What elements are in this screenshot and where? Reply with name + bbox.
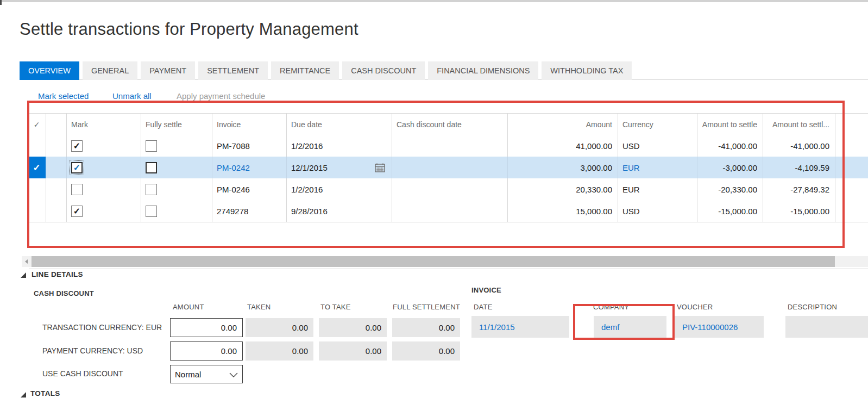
grid-header-row: ✓ Mark Fully settle Invoice Due date Cas… xyxy=(28,113,868,136)
description-field-label: DESCRIPTION xyxy=(788,303,837,311)
invoice-cell[interactable]: PM-7088 xyxy=(212,135,287,157)
mark-checkbox[interactable] xyxy=(71,206,83,217)
invoice-voucher-value[interactable]: PIV-110000026 xyxy=(682,322,738,332)
window-top-notch xyxy=(0,0,2,5)
transaction-taken-field: 0.00 xyxy=(246,318,313,337)
to-take-column-label: TO TAKE xyxy=(320,303,351,311)
payment-amount-input[interactable]: 0.00 xyxy=(170,341,243,361)
grid-header-amount[interactable]: Amount xyxy=(508,114,618,135)
voucher-field-label: VOUCHER xyxy=(677,303,713,311)
tab-withholding-tax[interactable]: WITHHOLDING TAX xyxy=(542,61,632,80)
invoice-date-field[interactable]: 11/1/2015 xyxy=(471,316,569,338)
row-select-cell[interactable] xyxy=(28,178,46,200)
cash-discount-date-cell[interactable] xyxy=(392,200,508,222)
amount-to-settle-cell: -15,000.00 xyxy=(697,200,763,222)
fully-settle-checkbox[interactable] xyxy=(146,140,157,152)
tab-remittance[interactable]: REMITTANCE xyxy=(271,61,339,80)
grid-header-fully-settle[interactable]: Fully settle xyxy=(141,114,212,135)
fully-settle-checkbox[interactable] xyxy=(146,206,157,217)
apply-payment-schedule-link: Apply payment schedule xyxy=(177,91,265,103)
transaction-currency-label: TRANSACTION CURRENCY: EUR xyxy=(42,323,162,332)
amount-cell: 20,330.00 xyxy=(508,178,618,200)
transaction-to-take-field: 0.00 xyxy=(319,318,387,337)
mark-selected-link[interactable]: Mark selected xyxy=(38,91,89,103)
fully-settle-checkbox[interactable] xyxy=(146,184,157,195)
invoice-voucher-field[interactable]: PIV-110000026 xyxy=(675,316,764,338)
select-all-check-icon[interactable]: ✓ xyxy=(28,114,46,135)
use-cash-discount-select[interactable]: Normal xyxy=(170,365,243,383)
grid-header-currency[interactable]: Currency xyxy=(618,114,697,135)
fully-settle-checkbox[interactable] xyxy=(146,162,157,173)
mark-checkbox[interactable] xyxy=(71,162,83,173)
scroll-left-arrow-icon[interactable] xyxy=(25,259,28,264)
page-title: Settle transactions for Property Managem… xyxy=(20,20,358,39)
due-date-cell[interactable]: 1/2/2016 xyxy=(287,178,392,200)
invoice-date-value[interactable]: 11/1/2015 xyxy=(479,322,515,332)
grid-header-filler xyxy=(835,114,868,135)
invoice-company-field[interactable]: demf xyxy=(594,316,666,338)
invoice-company-value[interactable]: demf xyxy=(601,322,619,332)
grid-header-cash-discount-date[interactable]: Cash discount date xyxy=(392,114,508,135)
grid-header-amount-to-settle[interactable]: Amount to settle xyxy=(697,114,763,135)
tabstrip: OVERVIEW GENERAL PAYMENT SETTLEMENT REMI… xyxy=(20,61,632,80)
collapse-triangle-icon[interactable] xyxy=(21,272,26,278)
tab-payment[interactable]: PAYMENT xyxy=(141,61,195,80)
fully-settle-cell xyxy=(141,178,212,200)
due-date-cell[interactable]: 12/1/2015 xyxy=(287,157,392,178)
due-date-cell[interactable]: 9/28/2016 xyxy=(287,200,392,222)
amount-to-settle-2-cell: -41,000.00 xyxy=(763,135,835,157)
mark-checkbox[interactable] xyxy=(71,140,83,152)
grid-header-mark[interactable]: Mark xyxy=(67,114,141,135)
totals-header[interactable]: TOTALS xyxy=(30,389,60,397)
tab-general[interactable]: GENERAL xyxy=(83,61,137,80)
amount-to-settle-cell: -41,000.00 xyxy=(697,135,763,157)
full-settlement-column-label: FULL SETTLEMENT xyxy=(393,303,460,311)
cash-discount-date-cell[interactable] xyxy=(392,157,508,178)
currency-link[interactable]: EUR xyxy=(618,157,697,178)
row-indicator-cell xyxy=(46,178,67,200)
row-select-cell[interactable] xyxy=(28,200,46,222)
window-top-strip xyxy=(0,0,868,2)
table-row[interactable]: PM-7088 1/2/2016 41,000.00 USD -41,000.0… xyxy=(28,135,868,157)
grid-header-indicator-cell xyxy=(46,114,67,135)
invoice-cell[interactable]: PM-0246 xyxy=(212,178,287,200)
table-row-selected[interactable]: PM-0242 12/1/2015 3,000.00 EUR -3,000.00… xyxy=(28,157,868,179)
use-cash-discount-value: Normal xyxy=(175,370,201,379)
row-selected-check-icon[interactable] xyxy=(28,157,46,178)
grid-header-invoice[interactable]: Invoice xyxy=(212,114,287,135)
company-field-label: COMPANY xyxy=(593,303,629,311)
tab-financial-dimensions[interactable]: FINANCIAL DIMENSIONS xyxy=(428,61,538,80)
fully-settle-cell xyxy=(141,157,212,178)
grid-header-amount-to-settle-2[interactable]: Amount to settl... xyxy=(763,114,835,135)
transaction-amount-input[interactable]: 0.00 xyxy=(170,318,243,337)
invoice-group-label: INVOICE xyxy=(471,286,501,294)
currency-cell[interactable]: USD xyxy=(618,135,697,157)
transaction-full-settlement-field: 0.00 xyxy=(392,318,460,337)
row-select-cell[interactable] xyxy=(28,135,46,157)
row-indicator-cell xyxy=(46,200,67,222)
mark-cell xyxy=(67,178,141,200)
invoice-cell[interactable]: 2749278 xyxy=(212,200,287,222)
table-row[interactable]: PM-0246 1/2/2016 20,330.00 EUR -20,330.0… xyxy=(28,178,868,201)
tab-overview[interactable]: OVERVIEW xyxy=(20,61,79,80)
due-date-cell[interactable]: 1/2/2016 xyxy=(287,135,392,157)
cash-discount-date-cell[interactable] xyxy=(392,178,508,200)
calendar-icon[interactable] xyxy=(375,163,385,174)
mark-cell xyxy=(67,200,141,222)
horizontal-scrollbar-thumb[interactable] xyxy=(32,256,835,267)
invoice-link[interactable]: PM-0242 xyxy=(212,157,287,178)
grid-header-due-date[interactable]: Due date xyxy=(287,114,392,135)
line-details-header[interactable]: LINE DETAILS xyxy=(32,270,83,278)
table-row[interactable]: 2749278 9/28/2016 15,000.00 USD -15,000.… xyxy=(28,200,868,222)
grid-bottom-divider xyxy=(29,268,868,269)
currency-cell[interactable]: USD xyxy=(618,200,697,222)
mark-checkbox[interactable] xyxy=(71,184,83,195)
collapse-triangle-icon[interactable] xyxy=(21,392,26,397)
amount-to-settle-2-cell: -27,849.32 xyxy=(763,178,835,200)
currency-cell[interactable]: EUR xyxy=(618,178,697,200)
unmark-all-link[interactable]: Unmark all xyxy=(112,91,152,103)
tab-settlement[interactable]: SETTLEMENT xyxy=(198,61,268,80)
cash-discount-date-cell[interactable] xyxy=(392,135,508,157)
tab-cash-discount[interactable]: CASH DISCOUNT xyxy=(342,61,425,80)
amount-cell: 15,000.00 xyxy=(508,200,618,222)
